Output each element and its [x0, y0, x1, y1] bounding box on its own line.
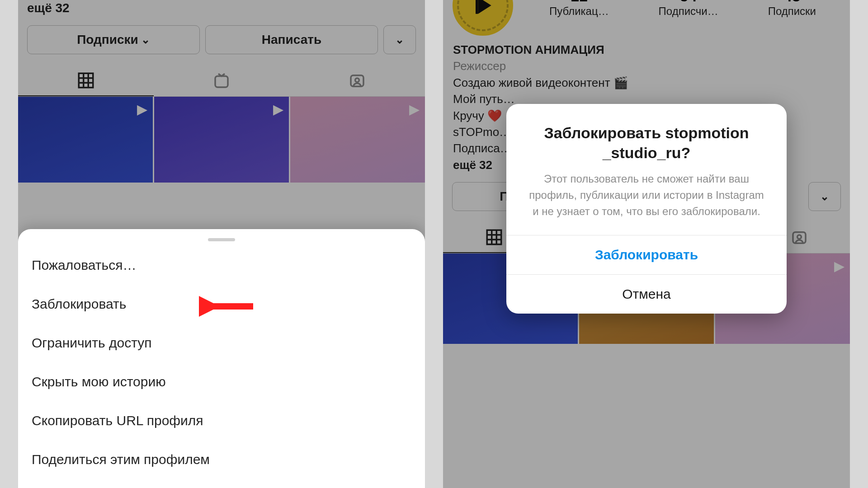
- sheet-item-label: Поделиться этим профилем: [32, 452, 210, 467]
- sheet-item-report[interactable]: Пожаловаться…: [18, 246, 425, 285]
- sheet-item-label: Скопировать URL профиля: [32, 413, 203, 428]
- sheet-item-restrict[interactable]: Ограничить доступ: [18, 324, 425, 362]
- sheet-item-block[interactable]: Заблокировать: [18, 285, 425, 324]
- block-confirm-dialog: Заблокировать stopmotion _studio_ru? Это…: [506, 104, 787, 314]
- sheet-item-copyurl[interactable]: Скопировать URL профиля: [18, 401, 425, 440]
- dialog-block-button[interactable]: Заблокировать: [506, 235, 787, 274]
- sheet-item-label: Пожаловаться…: [32, 258, 136, 273]
- sheet-item-label: Скрыть мою историю: [32, 374, 166, 389]
- screenshot-right: 11 Публикац… 54 Подписчи… 48 Подписки ST…: [443, 0, 850, 488]
- dialog-body: Этот пользователь не сможет найти ваш пр…: [506, 171, 787, 235]
- dialog-title: Заблокировать stopmotion _studio_ru?: [506, 104, 787, 171]
- sheet-item-share[interactable]: Поделиться этим профилем: [18, 440, 425, 479]
- dialog-button-label: Отмена: [622, 286, 671, 301]
- sheet-item-label: Заблокировать: [32, 296, 126, 312]
- action-sheet: Пожаловаться… Заблокировать Ограничить д…: [18, 229, 425, 488]
- dialog-cancel-button[interactable]: Отмена: [506, 274, 787, 314]
- screenshot-left: ещё 32 Подписки ⌄ Написать ⌄ ▶ ▶ ▶ Пожал…: [18, 0, 425, 488]
- sheet-item-label: Ограничить доступ: [32, 335, 152, 351]
- sheet-grip[interactable]: [208, 238, 235, 241]
- sheet-item-hidestory[interactable]: Скрыть мою историю: [18, 362, 425, 401]
- dialog-button-label: Заблокировать: [595, 247, 698, 262]
